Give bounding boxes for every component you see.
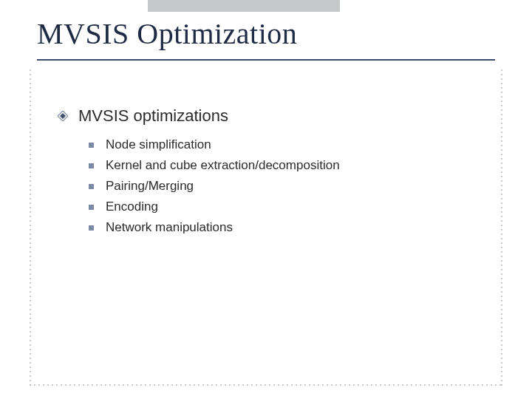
list-item: Node simplification xyxy=(89,137,340,152)
title-underline xyxy=(37,59,495,61)
list-item: Encoding xyxy=(89,200,340,214)
list-item-label: Node simplification xyxy=(106,137,211,152)
dotted-guide-left xyxy=(30,69,31,386)
bullet-list-level-2: Node simplification Kernel and cube extr… xyxy=(89,137,340,241)
decorative-top-band xyxy=(148,0,340,12)
list-item-label: Encoding xyxy=(106,200,158,214)
list-item-label: Network manipulations xyxy=(106,220,233,235)
list-item-label: Kernel and cube extraction/decomposition xyxy=(106,158,340,173)
square-bullet-icon xyxy=(89,143,94,148)
bullet-level-1: MVSIS optimizations xyxy=(58,106,228,126)
list-item: Kernel and cube extraction/decomposition xyxy=(89,158,340,173)
square-bullet-icon xyxy=(89,163,94,168)
list-item-label: Pairing/Merging xyxy=(106,179,194,194)
dotted-guide-bottom xyxy=(30,384,502,386)
diamond-bullet-icon xyxy=(58,111,68,121)
bullet-level-1-label: MVSIS optimizations xyxy=(78,106,228,126)
dotted-guide-right xyxy=(501,69,502,386)
slide-title: MVSIS Optimization xyxy=(37,16,297,51)
square-bullet-icon xyxy=(89,205,94,210)
list-item: Network manipulations xyxy=(89,220,340,235)
square-bullet-icon xyxy=(89,225,94,231)
list-item: Pairing/Merging xyxy=(89,179,340,194)
square-bullet-icon xyxy=(89,184,94,189)
